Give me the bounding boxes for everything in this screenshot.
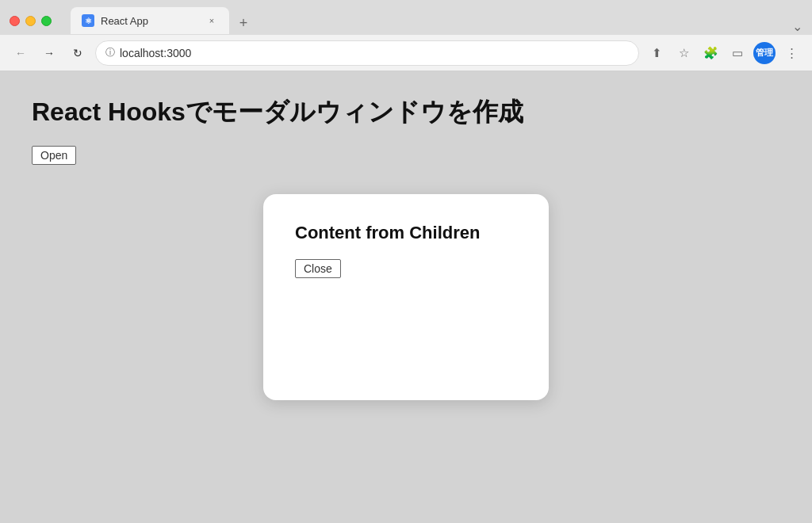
lock-icon: ⓘ — [105, 46, 115, 59]
nav-actions: ⬆ ☆ 🧩 ▭ 管理 ⋮ — [645, 42, 802, 64]
share-button[interactable]: ⬆ — [645, 42, 668, 64]
user-avatar-button[interactable]: 管理 — [753, 42, 776, 64]
back-button[interactable]: ← — [10, 42, 32, 64]
tab-bar: ⚛ React App × + ⌄ — [71, 7, 802, 34]
open-button[interactable]: Open — [32, 146, 76, 165]
nav-bar: ← → ↻ ⓘ localhost:3000 ⬆ ☆ 🧩 ▭ 管理 ⋮ — [0, 35, 812, 71]
page-title: React Hooksでモーダルウィンドウを作成 — [32, 95, 780, 130]
modal-title: Content from Children — [295, 223, 517, 243]
browser-menu-button[interactable]: ⋮ — [780, 42, 802, 64]
close-button[interactable]: Close — [295, 259, 341, 278]
browser-window: ⚛ React App × + ⌄ ← → ↻ ⓘ localhost:3000… — [0, 0, 812, 523]
new-tab-button[interactable]: + — [232, 12, 255, 34]
bookmark-button[interactable]: ☆ — [672, 42, 695, 64]
traffic-lights — [10, 16, 52, 26]
extension-button[interactable]: 🧩 — [699, 42, 722, 64]
reload-button[interactable]: ↻ — [67, 42, 89, 64]
page-content: React Hooksでモーダルウィンドウを作成 Open Content fr… — [0, 71, 812, 523]
active-tab[interactable]: ⚛ React App × — [71, 7, 229, 34]
tab-close-button[interactable]: × — [205, 14, 218, 27]
address-bar[interactable]: ⓘ localhost:3000 — [95, 40, 639, 66]
forward-button[interactable]: → — [38, 42, 60, 64]
fullscreen-window-button[interactable] — [41, 16, 52, 26]
modal-dialog: Content from Children Close — [263, 194, 549, 400]
modal-overlay: Content from Children Close — [0, 71, 812, 523]
tab-title: React App — [101, 15, 199, 27]
sidebar-button[interactable]: ▭ — [726, 42, 749, 64]
minimize-window-button[interactable] — [25, 16, 36, 26]
close-window-button[interactable] — [10, 16, 20, 26]
tab-menu-button[interactable]: ⌄ — [792, 19, 802, 34]
address-text: localhost:3000 — [120, 47, 629, 59]
title-bar: ⚛ React App × + ⌄ — [0, 0, 812, 35]
tab-favicon: ⚛ — [82, 14, 94, 27]
